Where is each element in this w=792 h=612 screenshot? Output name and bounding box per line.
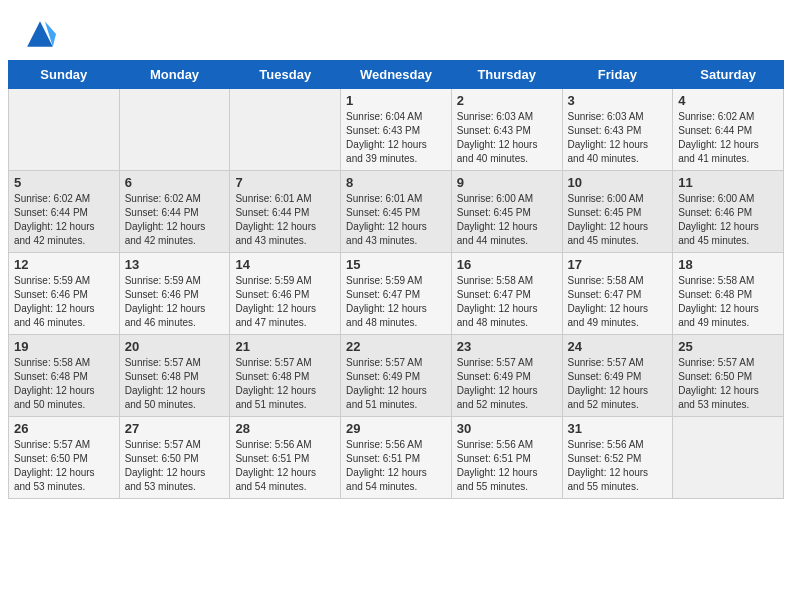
calendar-cell [673, 417, 784, 499]
day-info: Sunrise: 5:57 AM Sunset: 6:48 PM Dayligh… [125, 356, 225, 412]
calendar-cell: 23Sunrise: 5:57 AM Sunset: 6:49 PM Dayli… [451, 335, 562, 417]
day-info: Sunrise: 6:02 AM Sunset: 6:44 PM Dayligh… [14, 192, 114, 248]
day-info: Sunrise: 6:02 AM Sunset: 6:44 PM Dayligh… [125, 192, 225, 248]
day-number: 29 [346, 421, 446, 436]
week-row-2: 5Sunrise: 6:02 AM Sunset: 6:44 PM Daylig… [9, 171, 784, 253]
day-info: Sunrise: 5:57 AM Sunset: 6:49 PM Dayligh… [568, 356, 668, 412]
day-number: 8 [346, 175, 446, 190]
day-info: Sunrise: 5:59 AM Sunset: 6:46 PM Dayligh… [235, 274, 335, 330]
calendar-cell: 7Sunrise: 6:01 AM Sunset: 6:44 PM Daylig… [230, 171, 341, 253]
day-info: Sunrise: 6:01 AM Sunset: 6:44 PM Dayligh… [235, 192, 335, 248]
day-number: 5 [14, 175, 114, 190]
day-info: Sunrise: 5:58 AM Sunset: 6:48 PM Dayligh… [678, 274, 778, 330]
days-of-week-row: SundayMondayTuesdayWednesdayThursdayFrid… [9, 61, 784, 89]
day-number: 17 [568, 257, 668, 272]
day-info: Sunrise: 6:03 AM Sunset: 6:43 PM Dayligh… [457, 110, 557, 166]
day-info: Sunrise: 6:04 AM Sunset: 6:43 PM Dayligh… [346, 110, 446, 166]
day-info: Sunrise: 5:56 AM Sunset: 6:51 PM Dayligh… [235, 438, 335, 494]
calendar-cell: 18Sunrise: 5:58 AM Sunset: 6:48 PM Dayli… [673, 253, 784, 335]
calendar-cell: 20Sunrise: 5:57 AM Sunset: 6:48 PM Dayli… [119, 335, 230, 417]
calendar-cell [119, 89, 230, 171]
day-number: 30 [457, 421, 557, 436]
calendar-cell: 26Sunrise: 5:57 AM Sunset: 6:50 PM Dayli… [9, 417, 120, 499]
calendar-cell: 8Sunrise: 6:01 AM Sunset: 6:45 PM Daylig… [341, 171, 452, 253]
day-info: Sunrise: 5:59 AM Sunset: 6:46 PM Dayligh… [125, 274, 225, 330]
calendar-cell: 11Sunrise: 6:00 AM Sunset: 6:46 PM Dayli… [673, 171, 784, 253]
day-info: Sunrise: 5:56 AM Sunset: 6:51 PM Dayligh… [346, 438, 446, 494]
day-number: 23 [457, 339, 557, 354]
day-info: Sunrise: 6:03 AM Sunset: 6:43 PM Dayligh… [568, 110, 668, 166]
calendar-table: SundayMondayTuesdayWednesdayThursdayFrid… [8, 60, 784, 499]
day-header-friday: Friday [562, 61, 673, 89]
day-header-wednesday: Wednesday [341, 61, 452, 89]
day-info: Sunrise: 6:00 AM Sunset: 6:46 PM Dayligh… [678, 192, 778, 248]
day-info: Sunrise: 5:57 AM Sunset: 6:49 PM Dayligh… [457, 356, 557, 412]
calendar-cell: 10Sunrise: 6:00 AM Sunset: 6:45 PM Dayli… [562, 171, 673, 253]
day-info: Sunrise: 5:58 AM Sunset: 6:47 PM Dayligh… [457, 274, 557, 330]
day-number: 14 [235, 257, 335, 272]
calendar-body: 1Sunrise: 6:04 AM Sunset: 6:43 PM Daylig… [9, 89, 784, 499]
calendar-cell: 2Sunrise: 6:03 AM Sunset: 6:43 PM Daylig… [451, 89, 562, 171]
calendar-cell: 13Sunrise: 5:59 AM Sunset: 6:46 PM Dayli… [119, 253, 230, 335]
week-row-4: 19Sunrise: 5:58 AM Sunset: 6:48 PM Dayli… [9, 335, 784, 417]
calendar-cell: 1Sunrise: 6:04 AM Sunset: 6:43 PM Daylig… [341, 89, 452, 171]
day-number: 20 [125, 339, 225, 354]
day-number: 31 [568, 421, 668, 436]
day-number: 25 [678, 339, 778, 354]
day-number: 27 [125, 421, 225, 436]
day-info: Sunrise: 5:59 AM Sunset: 6:46 PM Dayligh… [14, 274, 114, 330]
calendar-cell: 22Sunrise: 5:57 AM Sunset: 6:49 PM Dayli… [341, 335, 452, 417]
day-header-saturday: Saturday [673, 61, 784, 89]
calendar-cell: 24Sunrise: 5:57 AM Sunset: 6:49 PM Dayli… [562, 335, 673, 417]
week-row-5: 26Sunrise: 5:57 AM Sunset: 6:50 PM Dayli… [9, 417, 784, 499]
day-number: 18 [678, 257, 778, 272]
day-header-tuesday: Tuesday [230, 61, 341, 89]
calendar-cell: 27Sunrise: 5:57 AM Sunset: 6:50 PM Dayli… [119, 417, 230, 499]
day-info: Sunrise: 5:56 AM Sunset: 6:52 PM Dayligh… [568, 438, 668, 494]
day-number: 2 [457, 93, 557, 108]
calendar-cell: 5Sunrise: 6:02 AM Sunset: 6:44 PM Daylig… [9, 171, 120, 253]
day-number: 12 [14, 257, 114, 272]
day-number: 26 [14, 421, 114, 436]
logo-icon [24, 18, 56, 50]
day-info: Sunrise: 5:57 AM Sunset: 6:48 PM Dayligh… [235, 356, 335, 412]
logo [24, 18, 60, 50]
calendar-cell: 19Sunrise: 5:58 AM Sunset: 6:48 PM Dayli… [9, 335, 120, 417]
day-number: 3 [568, 93, 668, 108]
calendar-cell: 25Sunrise: 5:57 AM Sunset: 6:50 PM Dayli… [673, 335, 784, 417]
day-info: Sunrise: 5:58 AM Sunset: 6:47 PM Dayligh… [568, 274, 668, 330]
calendar-cell: 4Sunrise: 6:02 AM Sunset: 6:44 PM Daylig… [673, 89, 784, 171]
calendar-cell: 15Sunrise: 5:59 AM Sunset: 6:47 PM Dayli… [341, 253, 452, 335]
calendar-cell: 9Sunrise: 6:00 AM Sunset: 6:45 PM Daylig… [451, 171, 562, 253]
calendar-cell [230, 89, 341, 171]
day-number: 10 [568, 175, 668, 190]
day-number: 15 [346, 257, 446, 272]
calendar-cell: 30Sunrise: 5:56 AM Sunset: 6:51 PM Dayli… [451, 417, 562, 499]
day-info: Sunrise: 5:57 AM Sunset: 6:50 PM Dayligh… [125, 438, 225, 494]
calendar-cell: 28Sunrise: 5:56 AM Sunset: 6:51 PM Dayli… [230, 417, 341, 499]
day-info: Sunrise: 6:01 AM Sunset: 6:45 PM Dayligh… [346, 192, 446, 248]
calendar-cell: 31Sunrise: 5:56 AM Sunset: 6:52 PM Dayli… [562, 417, 673, 499]
day-number: 11 [678, 175, 778, 190]
day-number: 16 [457, 257, 557, 272]
day-header-monday: Monday [119, 61, 230, 89]
calendar-header: SundayMondayTuesdayWednesdayThursdayFrid… [9, 61, 784, 89]
calendar-cell: 16Sunrise: 5:58 AM Sunset: 6:47 PM Dayli… [451, 253, 562, 335]
day-number: 4 [678, 93, 778, 108]
calendar-cell: 6Sunrise: 6:02 AM Sunset: 6:44 PM Daylig… [119, 171, 230, 253]
day-number: 21 [235, 339, 335, 354]
calendar-cell [9, 89, 120, 171]
day-number: 24 [568, 339, 668, 354]
day-info: Sunrise: 5:57 AM Sunset: 6:50 PM Dayligh… [678, 356, 778, 412]
day-info: Sunrise: 5:58 AM Sunset: 6:48 PM Dayligh… [14, 356, 114, 412]
calendar-cell: 17Sunrise: 5:58 AM Sunset: 6:47 PM Dayli… [562, 253, 673, 335]
week-row-1: 1Sunrise: 6:04 AM Sunset: 6:43 PM Daylig… [9, 89, 784, 171]
day-number: 9 [457, 175, 557, 190]
calendar-cell: 12Sunrise: 5:59 AM Sunset: 6:46 PM Dayli… [9, 253, 120, 335]
day-number: 22 [346, 339, 446, 354]
day-header-sunday: Sunday [9, 61, 120, 89]
day-number: 19 [14, 339, 114, 354]
day-info: Sunrise: 6:02 AM Sunset: 6:44 PM Dayligh… [678, 110, 778, 166]
day-header-thursday: Thursday [451, 61, 562, 89]
day-number: 1 [346, 93, 446, 108]
